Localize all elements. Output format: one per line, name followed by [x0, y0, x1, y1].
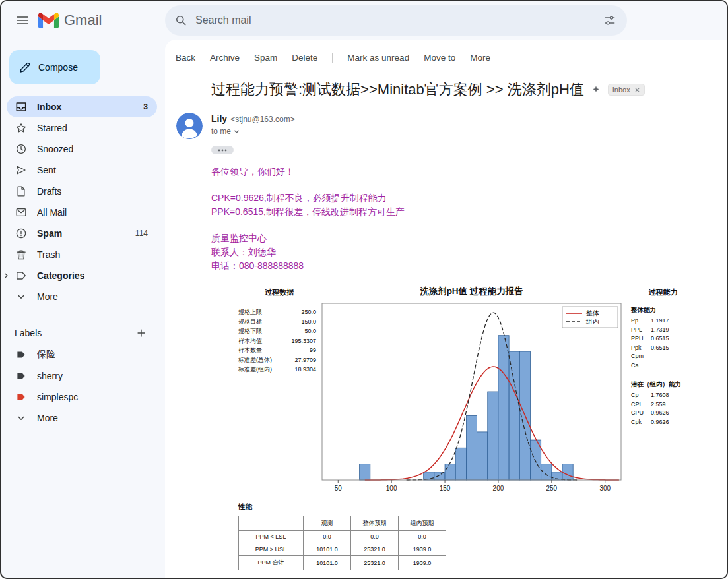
label-name: simplespc: [37, 392, 148, 402]
x-tick-label: 200: [493, 485, 504, 492]
subject-row: 过程能力预警:测试数据>>Minitab官方案例 >> 洗涤剂pH值 Inbox: [211, 80, 727, 100]
chip-remove-icon[interactable]: [634, 87, 640, 93]
process-data-row: 样本数量99: [238, 346, 316, 355]
draft-icon: [15, 185, 28, 198]
compose-pencil-icon: [18, 61, 32, 74]
main-menu-button[interactable]: [9, 7, 36, 34]
header-left: Gmail: [1, 7, 165, 34]
histogram-bar: [455, 448, 466, 480]
mark-unread-button[interactable]: Mark as unread: [347, 53, 409, 63]
body-line: 各位领导，你们好！: [211, 165, 727, 179]
capability-report-image: 过程数据 洗涤剂pH值 过程能力报告 过程能力 规格上限250.0规格目标150…: [237, 286, 707, 579]
gmail-window: Gmail Compose Inbox 3 Starre: [0, 0, 728, 579]
person-icon: [176, 113, 203, 139]
within-capability-rows: Cp1.7608CPL2.559CPU0.9626Cpk0.9626: [631, 391, 704, 427]
recipient-dropdown[interactable]: to me: [211, 127, 295, 136]
sidebar-item-more[interactable]: More: [7, 286, 157, 307]
compose-button[interactable]: Compose: [9, 50, 100, 84]
move-to-button[interactable]: Move to: [424, 53, 455, 63]
sidebar-item-trash[interactable]: Trash: [7, 244, 157, 265]
histogram-bar: [488, 392, 498, 480]
chevron-down-icon: [15, 411, 28, 425]
sender-avatar[interactable]: [176, 113, 203, 139]
sidebar-item-label: More: [37, 291, 139, 302]
histogram-bar: [360, 464, 370, 480]
sidebar-item-label: All Mail: [37, 207, 139, 218]
process-data-row: 标准差(组内)18.9304: [238, 365, 316, 375]
body-line: 联系人：刘德华: [211, 245, 727, 259]
create-label-button[interactable]: [133, 325, 149, 341]
performance-cell: PPM > USL: [239, 543, 304, 556]
sidebar-item-label: Drafts: [37, 186, 139, 197]
gmail-logo[interactable]: Gmail: [38, 12, 102, 29]
back-button[interactable]: Back: [176, 53, 195, 63]
sidebar-item-all-mail[interactable]: All Mail: [7, 202, 157, 223]
sidebar-item-spam[interactable]: Spam 114: [7, 223, 157, 244]
star-icon: [15, 121, 28, 135]
inbox-label-chip[interactable]: Inbox: [608, 84, 645, 96]
capability-row: CPU0.9626: [631, 409, 704, 418]
capability-row: CPL2.559: [631, 400, 704, 410]
chart-title: 洗涤剂pH值 过程能力报告: [321, 286, 622, 297]
label-item-more[interactable]: More: [7, 408, 157, 429]
label-name: More: [37, 413, 148, 423]
performance-table: 观测整体预期组内预期PPM < LSL0.00.00.0PPM > USL101…: [238, 516, 446, 570]
capability-row: Cpm: [631, 352, 704, 361]
sidebar-item-label: Sent: [37, 165, 139, 175]
delete-button[interactable]: Delete: [292, 53, 317, 63]
performance-row: PPM > USL10101.025321.01939.0: [239, 543, 446, 556]
process-data-row: 标准差(总体)27.9709: [238, 355, 316, 365]
histogram-bar: [477, 432, 488, 480]
performance-header-cell: [239, 516, 304, 531]
sender-info: Lily<stjnu@163.com> to me: [211, 113, 295, 139]
body-line: CPK=0.9626,制程不良，必须提升制程能力: [211, 191, 727, 205]
sidebar-item-inbox[interactable]: Inbox 3: [7, 96, 157, 117]
toolbar-divider: [332, 53, 333, 63]
chip-label: Inbox: [612, 86, 630, 94]
archive-button[interactable]: Archive: [210, 53, 240, 63]
show-trimmed-content-button[interactable]: [211, 146, 234, 154]
sidebar-item-categories[interactable]: Categories: [7, 265, 157, 286]
capability-panel: 整体能力 Pp1.1917PPL1.7319PPU0.6515Ppk0.6515…: [622, 301, 704, 499]
email-body: 各位领导，你们好！ CPK=0.9626,制程不良，必须提升制程能力 PPK=0…: [211, 165, 727, 273]
x-tick-label: 100: [386, 485, 397, 492]
legend: 整体组内: [562, 307, 618, 328]
sidebar-item-starred[interactable]: Starred: [7, 117, 157, 138]
send-icon: [15, 164, 28, 177]
search-icon[interactable]: [174, 14, 187, 27]
histogram-bar: [562, 464, 573, 480]
report-spam-button[interactable]: Spam: [254, 53, 277, 63]
legend-label: 整体: [586, 309, 599, 317]
sidebar-item-label: Inbox: [37, 102, 134, 112]
search-options-button[interactable]: [597, 7, 623, 34]
search-input[interactable]: [194, 14, 590, 27]
label-item-sherry[interactable]: sherry: [7, 365, 157, 386]
process-data-row: 规格下限50.0: [238, 326, 316, 336]
chevron-down-icon: [15, 290, 28, 303]
body-line: 电话：080-888888888: [211, 259, 727, 273]
process-data-row: 样本均值195.3307: [238, 336, 316, 346]
expand-arrow-icon[interactable]: [1, 271, 11, 280]
sidebar-item-sent[interactable]: Sent: [7, 160, 157, 181]
label-item-insurance[interactable]: 保险: [7, 344, 157, 365]
search-bar[interactable]: [165, 5, 627, 36]
within-capability-title: 潜在（组内）能力: [631, 381, 704, 389]
summarize-sparkle-icon[interactable]: [591, 84, 601, 95]
process-data-title: 过程数据: [237, 288, 321, 297]
performance-cell: 1939.0: [399, 556, 446, 570]
sidebar-item-drafts[interactable]: Drafts: [7, 181, 157, 202]
performance-cell: 10101.0: [304, 556, 351, 570]
label-icon: [15, 390, 28, 404]
more-button[interactable]: More: [470, 53, 490, 63]
overall-capability-title: 整体能力: [631, 306, 704, 315]
tune-icon: [603, 14, 616, 27]
performance-cell: 10101.0: [304, 543, 351, 556]
inbox-icon: [15, 100, 28, 113]
x-tick-label: 150: [440, 485, 451, 492]
gmail-header: Gmail: [1, 1, 727, 40]
performance-cell: 1939.0: [399, 543, 446, 556]
sidebar-item-snoozed[interactable]: Snoozed: [7, 138, 157, 160]
sidebar-item-label: Spam: [37, 228, 126, 239]
label-icon: [15, 348, 28, 361]
label-item-simplespc[interactable]: simplespc: [7, 386, 157, 408]
